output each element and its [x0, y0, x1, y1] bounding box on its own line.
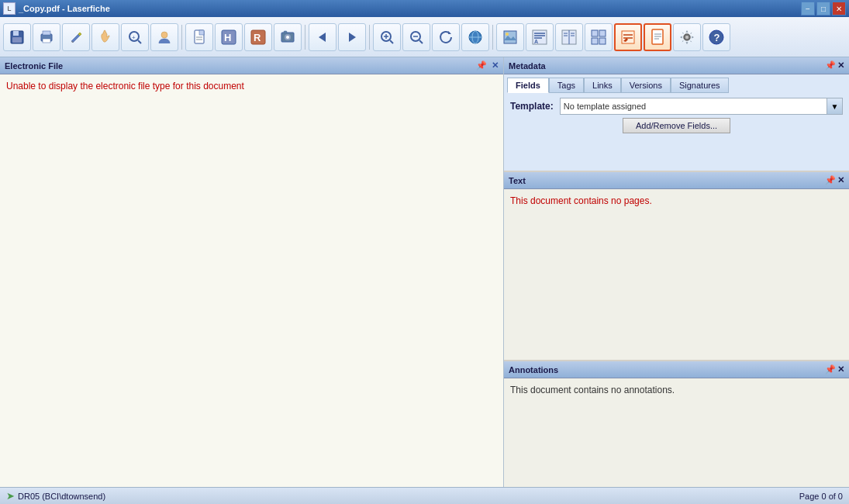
- tab-fields[interactable]: Fields: [507, 78, 549, 93]
- electronic-file-content: Unable to display the electronic file ty…: [0, 74, 503, 487]
- text-close-icon[interactable]: ✕: [837, 175, 844, 185]
- electronic-file-panel: Electronic File 📌 ✕ Unable to display th…: [0, 57, 504, 487]
- annotations-title: Annotations: [509, 365, 558, 375]
- metadata-spacer: [507, 136, 846, 167]
- metadata-content: Fields Tags Links Versions Signatures Te…: [504, 74, 849, 171]
- window-title: _Copy.pdf - Laserfiche: [19, 4, 801, 13]
- settings-button[interactable]: [673, 23, 701, 51]
- save-button[interactable]: [3, 23, 31, 51]
- status-user: DR05 (BCI\dtownsend): [18, 492, 105, 501]
- template-select-wrap: No template assigned ▼: [560, 98, 843, 115]
- status-bar: ➤ DR05 (BCI\dtownsend) Page 0 of 0: [0, 487, 849, 504]
- user-button[interactable]: [150, 23, 178, 51]
- print-button[interactable]: [33, 23, 60, 51]
- svg-point-9: [161, 32, 167, 38]
- metadata-tabs: Fields Tags Links Versions Signatures: [507, 78, 846, 93]
- doc-view-button[interactable]: [644, 23, 671, 51]
- heading-button[interactable]: H: [215, 23, 243, 51]
- tab-links[interactable]: Links: [584, 78, 621, 93]
- annotations-header: Annotations 📌 ✕: [504, 361, 849, 378]
- tab-signatures[interactable]: Signatures: [671, 78, 729, 93]
- template-select-text: No template assigned: [561, 102, 827, 111]
- pencil-button[interactable]: [62, 23, 90, 51]
- status-icon: ➤: [6, 490, 15, 502]
- minimize-button[interactable]: −: [801, 2, 815, 16]
- columns-button[interactable]: [555, 23, 583, 51]
- svg-rect-53: [622, 31, 634, 43]
- help-button[interactable]: ?: [702, 23, 730, 51]
- text-no-pages-message: This document contains no pages.: [510, 195, 652, 206]
- title-bar: L _Copy.pdf - Laserfiche − □ ✕: [0, 0, 849, 17]
- svg-line-7: [138, 40, 141, 43]
- svg-rect-2: [12, 37, 22, 43]
- status-page: Page 0 of 0: [799, 492, 843, 501]
- svg-rect-5: [43, 39, 50, 43]
- metadata-title: Metadata: [509, 61, 546, 71]
- maximize-button[interactable]: □: [816, 2, 830, 16]
- annotations-no-annotations-message: This document contains no annotations.: [510, 385, 675, 395]
- svg-marker-23: [349, 33, 356, 42]
- text-pin-icon[interactable]: 📌: [825, 175, 836, 185]
- zoom-in-button[interactable]: [373, 23, 401, 51]
- sep-1: [181, 25, 182, 50]
- window-controls[interactable]: − □ ✕: [801, 2, 846, 16]
- annotations-pin-icon[interactable]: 📌: [825, 364, 836, 375]
- electronic-file-header: Electronic File 📌 ✕: [0, 57, 503, 74]
- template-dropdown-button[interactable]: ▼: [827, 98, 842, 115]
- tab-versions[interactable]: Versions: [621, 78, 671, 93]
- svg-line-29: [419, 40, 423, 43]
- svg-line-25: [390, 40, 393, 43]
- replace-button[interactable]: R: [244, 23, 272, 51]
- electronic-file-title: Electronic File: [5, 61, 63, 71]
- svg-point-20: [286, 36, 289, 39]
- metadata-panel: Metadata 📌 ✕ Fields Tags Links Versions …: [504, 57, 849, 171]
- template-label: Template:: [510, 101, 554, 112]
- text-content: This document contains no pages.: [504, 189, 849, 360]
- annotations-close-icon[interactable]: ✕: [837, 364, 844, 375]
- annotations-panel: Annotations 📌 ✕ This document contains n…: [504, 361, 849, 487]
- next-button[interactable]: [338, 23, 366, 51]
- image-view-button[interactable]: [496, 23, 524, 51]
- text-header: Text 📌 ✕: [504, 172, 849, 189]
- grid-button[interactable]: [585, 23, 613, 51]
- text-panel: Text 📌 ✕ This document contains no pages…: [504, 172, 849, 360]
- text-view-button[interactable]: A: [526, 23, 554, 51]
- tab-tags[interactable]: Tags: [549, 78, 584, 93]
- document-button[interactable]: [185, 23, 213, 51]
- text-title: Text: [509, 176, 526, 185]
- close-button[interactable]: ✕: [832, 2, 846, 16]
- svg-rect-50: [599, 30, 606, 36]
- electronic-file-pin-icon[interactable]: 📌: [476, 60, 487, 71]
- globe-button[interactable]: [461, 23, 489, 51]
- main-layout: Electronic File 📌 ✕ Unable to display th…: [0, 57, 849, 487]
- template-row: Template: No template assigned ▼: [510, 98, 843, 115]
- add-remove-fields-button[interactable]: Add/Remove Fields...: [623, 118, 730, 133]
- edit-highlight-button[interactable]: [614, 23, 642, 51]
- electronic-file-error: Unable to display the electronic file ty…: [6, 81, 244, 91]
- svg-text:R: R: [254, 32, 261, 43]
- rotate-button[interactable]: [432, 23, 460, 51]
- svg-marker-31: [448, 31, 451, 34]
- svg-rect-51: [592, 38, 598, 44]
- hand-button[interactable]: [91, 23, 119, 51]
- electronic-file-close-icon[interactable]: ✕: [492, 60, 499, 71]
- right-column: Metadata 📌 ✕ Fields Tags Links Versions …: [504, 57, 849, 487]
- sep-2: [305, 25, 305, 50]
- annotations-content: This document contains no annotations.: [504, 378, 849, 487]
- svg-rect-52: [599, 38, 606, 44]
- snapshot-button[interactable]: [274, 23, 302, 51]
- prev-button[interactable]: [309, 23, 336, 51]
- search-zoom-button[interactable]: +: [121, 23, 149, 51]
- add-remove-row: Add/Remove Fields...: [510, 118, 843, 133]
- svg-text:?: ?: [714, 32, 720, 43]
- metadata-close-icon[interactable]: ✕: [837, 60, 844, 71]
- svg-text:H: H: [224, 32, 231, 43]
- svg-text:A: A: [534, 39, 538, 44]
- metadata-header: Metadata 📌 ✕: [504, 57, 849, 74]
- zoom-out-button[interactable]: [402, 23, 430, 51]
- metadata-pin-icon[interactable]: 📌: [825, 60, 836, 71]
- sep-3: [369, 25, 370, 50]
- svg-rect-4: [43, 31, 50, 35]
- svg-point-37: [506, 33, 509, 36]
- svg-rect-49: [592, 30, 598, 36]
